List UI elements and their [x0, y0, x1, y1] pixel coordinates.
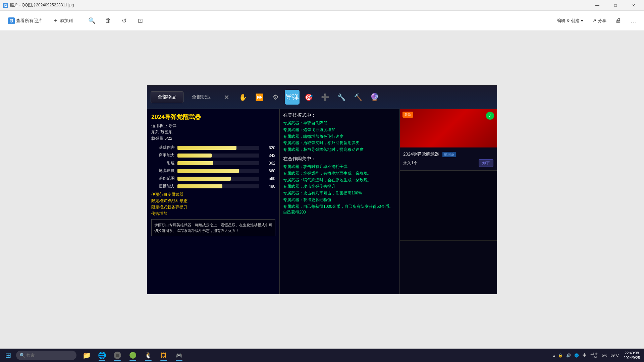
comp-item-1: 专属武器：炮弹飞行速度增加	[283, 127, 396, 133]
comp-item-3: 专属武器：拾取弹夹时，额外回复备用弹夹	[283, 140, 396, 146]
banner-area: 最新 ✓	[400, 109, 497, 147]
nav-close-btn[interactable]: ✕	[219, 90, 234, 105]
nav-missile-btn[interactable]: 导弹	[285, 90, 300, 105]
weapon-detail-name: 2024导弹觉醒武器	[403, 152, 439, 157]
ime-icon[interactable]: 中	[581, 349, 588, 361]
taskbar: ⊞ 🔍 📁 🌐 ⏺ 🟢 🐧 🖼 🎮 ▲ 🔒 🔊 🌐 中	[0, 349, 644, 362]
nav-add-btn[interactable]: ➕	[318, 90, 332, 105]
zoom-in-button[interactable]: 🔍	[85, 14, 99, 27]
lock-icon[interactable]: 🔒	[557, 349, 564, 361]
app-icon: 🖼	[3, 3, 8, 8]
close-button[interactable]: ✕	[626, 0, 641, 11]
weapon-job: 适用职业:导弹	[151, 123, 275, 129]
more-options-button[interactable]: …	[627, 14, 640, 27]
crop-button[interactable]: ⊡	[133, 14, 147, 27]
stat-value-speed: 362	[262, 161, 275, 166]
stat-row-portable: 便携能力 480	[151, 183, 275, 189]
print-button[interactable]: 🖨	[612, 14, 625, 27]
right-lower	[400, 171, 497, 240]
coop-item-5: 专属武器：获得更多经验值	[283, 197, 396, 203]
toolbar: 🖼 查看所有照片 ＋ 添加到 🔍 🗑 ↺ ⊡ 编辑 & 创建 ▾ ↗ 分享 🖨 …	[0, 11, 644, 31]
stat-row-damage: 基础伤害 620	[151, 145, 275, 150]
game-nav: 全部物品 全部职业 ✕ ✋ ⏩ ⚙ 导弹 🎯 ➕ 🔧 🔨 🔮	[147, 85, 497, 109]
rotate-button[interactable]: ↺	[117, 14, 131, 27]
taskbar-apps: 📁 🌐 ⏺ 🟢 🐧 🖼 🎮	[79, 349, 186, 361]
volume-icon[interactable]: 🔊	[565, 349, 572, 361]
coop-mode-section: 在合作闯关中： 专属武器：攻击时有几率不消耗子弹 专属武器：炮弹爆炸，有概率地面…	[283, 156, 396, 215]
nav-tool1-btn[interactable]: 🔧	[334, 90, 349, 105]
taskbar-app-explorer[interactable]: 📁	[79, 349, 94, 361]
weapon-ammo: 载弹量:5/22	[151, 136, 275, 141]
special-item-3[interactable]: 伤害增加	[151, 211, 275, 217]
stat-label-armor: 穿甲能力	[151, 153, 175, 158]
special-item-1[interactable]: 限定模式双战斗形态	[151, 198, 275, 204]
add-to-button[interactable]: ＋ 添加到	[49, 15, 77, 26]
taskbar-search[interactable]: 🔍	[16, 351, 76, 360]
right-panel: 最新 ✓ 2024导弹觉醒武器 范围系 永久1个 卸下	[399, 109, 497, 294]
chevron-button[interactable]: ▲	[552, 349, 556, 361]
nav-settings-btn[interactable]: ⚙	[268, 90, 283, 105]
search-input[interactable]	[26, 353, 73, 358]
system-clock[interactable]: 22:40:38 2024/9/25	[621, 351, 643, 360]
nav-forward-btn[interactable]: ⏩	[252, 90, 267, 105]
share-button[interactable]: ↗ 分享	[589, 16, 610, 26]
stat-bar-range	[177, 177, 259, 181]
nav-tab-all-jobs[interactable]: 全部职业	[185, 92, 217, 103]
window-controls: — □ ✕	[590, 0, 641, 11]
coop-item-3: 专属武器：攻击炮弹伤害提升	[283, 184, 396, 189]
taskbar-app-opening[interactable]: 🟢	[125, 349, 140, 361]
nav-hand-btn[interactable]: ✋	[235, 90, 250, 105]
nav-tab-all-items[interactable]: 全部物品	[151, 91, 183, 103]
explorer-icon: 📁	[83, 351, 91, 359]
maximize-button[interactable]: □	[608, 0, 623, 11]
stat-label-portable: 便携能力	[151, 183, 175, 189]
special-item-2[interactable]: 限定模式载备弹提升	[151, 204, 275, 210]
edge-icon: 🌐	[98, 351, 106, 359]
competitive-mode-section: 在竞技模式中： 专属武器：导弹自伤降低 专属武器：炮弹飞行速度增加 专属武器：略…	[283, 112, 396, 153]
delete-button[interactable]: 🗑	[101, 14, 115, 27]
weapon-title: 2024导弹觉醒武器	[151, 113, 275, 121]
qq-icon: 🐧	[145, 352, 152, 359]
stat-bar-bullet-speed	[177, 169, 259, 173]
coop-item-6: 专属武器：自己每获得1000金币，自己所有队友获得50金币。自己获得200	[283, 204, 396, 215]
taskbar-app-game[interactable]: 🎮	[172, 349, 186, 361]
type-badge: 范围系	[442, 152, 456, 157]
network-down: 3.5↓	[592, 355, 597, 359]
nav-magic-btn[interactable]: 🔮	[367, 90, 382, 105]
banner-overlay	[400, 109, 497, 147]
network-icon[interactable]: 🌐	[573, 349, 580, 361]
edit-create-button[interactable]: 编辑 & 创建 ▾	[553, 16, 587, 26]
stat-bar-speed	[177, 161, 259, 165]
comp-item-0: 专属武器：导弹自伤降低	[283, 120, 396, 126]
stat-bar-portable	[177, 184, 259, 188]
unequip-button[interactable]: 卸下	[479, 159, 493, 167]
toolbar-separator	[81, 16, 81, 26]
game-icon: 🎮	[176, 352, 182, 359]
start-button[interactable]: ⊞	[1, 349, 15, 361]
view-all-photos-button[interactable]: 🖼 查看所有照片	[4, 15, 46, 26]
main-content: 全部物品 全部职业 ✕ ✋ ⏩ ⚙ 导弹 🎯 ➕ 🔧 🔨 🔮 2024导弹觉醒武…	[0, 31, 644, 349]
nav-wrench-btn[interactable]: 🔨	[351, 90, 365, 105]
taskbar-app-qq[interactable]: 🐧	[141, 349, 156, 361]
battery-indicator[interactable]: 5%	[601, 353, 609, 357]
stat-bar-armor	[177, 154, 259, 158]
weapon-series: 系列:范围系	[151, 129, 275, 135]
taskbar-app-photos[interactable]: 🖼	[156, 349, 171, 361]
coop-item-4: 专属武器：攻击有几率暴击，伤害提高100%	[283, 190, 396, 196]
comp-item-4: 专属武器：释放导弹踏落地时，提高移动速度	[283, 147, 396, 153]
game-screenshot: 全部物品 全部职业 ✕ ✋ ⏩ ⚙ 导弹 🎯 ➕ 🔧 🔨 🔮 2024导弹觉醒武…	[147, 85, 497, 294]
stat-value-range: 560	[262, 176, 275, 181]
special-item-0[interactable]: 伊丽莎白专属武器	[151, 192, 275, 197]
stat-label-bullet-speed: 炮弹速度	[151, 168, 175, 174]
mid-panel: 在竞技模式中： 专属武器：导弹自伤降低 专属武器：炮弹飞行速度增加 专属武器：略…	[280, 109, 399, 294]
taskbar-app-obs[interactable]: ⏺	[110, 349, 125, 361]
right-bottom	[400, 240, 497, 294]
competitive-mode-title: 在竞技模式中：	[283, 112, 396, 118]
stats-section: 基础伤害 620 穿甲能力 343 射速	[151, 145, 275, 189]
taskbar-app-edge[interactable]: 🌐	[95, 349, 109, 361]
search-icon: 🔍	[19, 353, 25, 358]
nav-target-btn[interactable]: 🎯	[301, 90, 316, 105]
special-list: 伊丽莎白专属武器 限定模式双战斗形态 限定模式载备弹提升 伤害增加	[151, 192, 275, 217]
taskbar-sys: ▲ 🔒 🔊 🌐 中 1.6M↑ 3.5↓ 5% 69°C 22:40:38 20…	[552, 349, 643, 361]
minimize-button[interactable]: —	[590, 0, 605, 11]
